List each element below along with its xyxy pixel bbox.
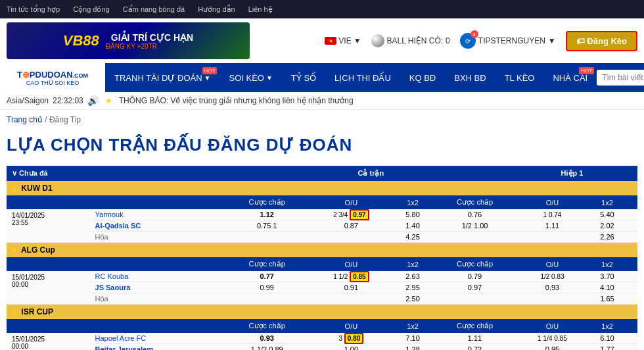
collapse-all-arrow[interactable]: ∨ [12, 169, 17, 177]
h1-x12-2: 4.10 [587, 282, 627, 293]
h1-ou2: 1.11 [517, 220, 587, 232]
match-row2-isr-cup-0: Beitar Jerusalem 1 1/2 0.89 1.00 1.28 0.… [7, 344, 637, 351]
page-title: LỰA CHỌN TRẬN ĐẤU ĐĂNG DỰ ĐOÁN [0, 130, 644, 166]
extra-cols [627, 333, 637, 344]
flag-icon: ★ [325, 37, 336, 45]
nav-label-lichthidau: LỊCH THI ĐẤU [334, 73, 391, 83]
sub-col-cuocchap2: Cược chấp [432, 195, 517, 209]
nav-label-soikeo: SOI KÈO [229, 73, 264, 83]
nav-tl-keo[interactable]: TL KÈO [495, 63, 544, 92]
language-label: VIE [338, 36, 351, 45]
match-row3-alg-cup-0: Hòa 2.50 1.65 [7, 293, 637, 305]
dang-keo-icon: 🏷 [576, 36, 585, 46]
nav-tranh-tai[interactable]: TRANH TÀI DỰ ĐOÁN ▼ HOT [105, 63, 219, 92]
sub-col-x12: 1x2 [393, 257, 432, 271]
extra-cols3 [627, 293, 637, 305]
h1-x12-1: 5.40 [587, 209, 627, 220]
hot-badge-nhacai: HOT [579, 67, 594, 74]
avatar-icon: ⟳ [465, 38, 471, 45]
x12-val2: 2.95 [393, 282, 432, 293]
match-row2-alg-cup-0: JS Saoura 0.99 0.91 2.95 0.97 0.93 4.10 [7, 282, 637, 293]
sub-col-cuocchap2: Cược chấp [432, 319, 517, 333]
site-logo[interactable]: T⊕PDUDOAN.COM CAO THỦ SOI KÈO [0, 63, 105, 92]
line-ou: 3 0.80 [310, 333, 393, 344]
sub-col-blank [7, 319, 225, 333]
empty3 [432, 232, 517, 243]
sub-col-ou2: O/U [517, 257, 587, 271]
tips-user-area[interactable]: ⟳ 4 TIPSTERNGUYEN ▼ [460, 33, 556, 49]
dang-keo-button[interactable]: 🏷 Đăng Kèo [566, 31, 637, 51]
sound-icon[interactable]: 🔊 [87, 95, 99, 106]
extra-cols [627, 209, 637, 220]
sub-col-cuocchap: Cược chấp [225, 257, 310, 271]
h1-cuocchap2: 0.72 [432, 344, 517, 351]
search-area: 🔍 [597, 69, 644, 87]
breadcrumb-current: Đăng Tip [49, 115, 81, 124]
nav-tintuc[interactable]: Tin tức tổng hợp [7, 5, 60, 14]
nav-lich-thi-dau[interactable]: LỊCH THI ĐẤU [325, 63, 400, 92]
sub-col-ou: O/U [310, 319, 393, 333]
league-name: ∨ ALG Cup [7, 243, 637, 258]
x12-val1: 7.10 [393, 333, 432, 344]
team1-name: Hapoel Acre FC [90, 333, 225, 344]
breadcrumb: Trang chủ / Đăng Tip [0, 110, 644, 130]
tips-arrow: ▼ [548, 36, 556, 45]
nav-bxh-bd[interactable]: BXH BĐ [445, 63, 495, 92]
h1-line-ou: 1/2 0.83 [517, 271, 587, 282]
ou-highlight: 0.80 [344, 333, 363, 344]
sub-col-ou2: O/U [517, 319, 587, 333]
ticker-bar: Asia/Saigon 22:32:03 🔊 ★ THÔNG BÁO: Về v… [0, 92, 644, 110]
sub-col-cuocchap: Cược chấp [225, 195, 310, 209]
breadcrumb-home[interactable]: Trang chủ [7, 115, 43, 124]
x12-val2: 1.40 [393, 220, 432, 232]
banner-vb88[interactable]: VB88 GIẢI TRÍ CỰC HẠN ĐĂNG KÝ +20TR [7, 22, 250, 59]
collapse-icon[interactable]: ∨ [12, 185, 16, 192]
nav-camnang[interactable]: Cẩm nang bóng đá [123, 5, 185, 14]
sub-header-alg-cup: Cược chấp O/U 1x2 Cược chấp O/U 1x2 [7, 257, 637, 271]
nav-nha-cai[interactable]: NHÀ CÁI HOT [543, 63, 597, 92]
ticker-star: ★ [105, 96, 112, 105]
h1-ou2: 0.93 [517, 282, 587, 293]
sub-col-ou2: O/U [517, 195, 587, 209]
language-selector[interactable]: ★ VIE ▼ [325, 36, 361, 45]
team2-name: Beitar Jerusalem [90, 344, 225, 351]
sub-col-cuocchap: Cược chấp [225, 319, 310, 333]
x12-val1: 5.80 [393, 209, 432, 220]
sub-col-x12-2: 1x2 [587, 257, 627, 271]
tips-username: TIPSTERNGUYEN [478, 36, 545, 45]
match-row3-kuw-d1-0: Hòa 4.25 2.26 [7, 232, 637, 243]
nav-congdong[interactable]: Cộng đồng [73, 5, 110, 14]
h1-cuocchap2: 0.97 [432, 282, 517, 293]
nav-lienhe[interactable]: Liên hệ [248, 5, 273, 14]
h1-x12-1: 3.70 [587, 271, 627, 282]
h1-ou2: 0.95 [517, 344, 587, 351]
empty4 [517, 293, 587, 305]
hot-badge-tranhttai: HOT [202, 67, 218, 74]
nav-ty-so[interactable]: TỶ SỐ [282, 63, 325, 92]
x12-val3: 4.25 [393, 232, 432, 243]
collapse-icon[interactable]: ∨ [12, 309, 16, 316]
extra-cols [627, 271, 637, 282]
user-avatar: ⟳ 4 [460, 33, 476, 49]
cuocchap-val1: 1.12 [225, 209, 310, 220]
x12-val2: 1.28 [393, 344, 432, 351]
sub-col-blank [7, 257, 225, 271]
league-header-isr-cup: ∨ ISR CUP [7, 305, 637, 320]
ou-val2: 1.00 [310, 344, 393, 351]
nav-huongdan[interactable]: Hướng dẫn [198, 5, 235, 14]
matches-table: ∨ Chưa đá Cả trận Hiệp 1 ∨ KUW D1 Cược c… [7, 166, 637, 350]
site-header: VB88 GIẢI TRÍ CỰC HẠN ĐĂNG KÝ +20TR ★ VI… [0, 18, 644, 63]
nav-kq-bd[interactable]: KQ BĐ [400, 63, 445, 92]
cuocchap-val2: 0.99 [225, 282, 310, 293]
logo-top-text: T⊕PDUDOAN.COM [17, 70, 88, 80]
sub-header-isr-cup: Cược chấp O/U 1x2 Cược chấp O/U 1x2 [7, 319, 637, 333]
nav-soi-keo[interactable]: SOI KÈO ▼ [219, 63, 281, 92]
timezone-label: Asia/Saigon [7, 96, 49, 105]
language-arrow: ▼ [354, 36, 361, 45]
sub-col-x12: 1x2 [393, 195, 432, 209]
collapse-icon[interactable]: ∨ [12, 247, 16, 254]
nav-items-list: TRANH TÀI DỰ ĐOÁN ▼ HOT SOI KÈO ▼ TỶ SỐ … [105, 63, 597, 92]
h1-x12-2: 1.77 [587, 344, 627, 351]
ou-highlight: 0.85 [350, 271, 369, 282]
search-input[interactable] [597, 70, 644, 86]
